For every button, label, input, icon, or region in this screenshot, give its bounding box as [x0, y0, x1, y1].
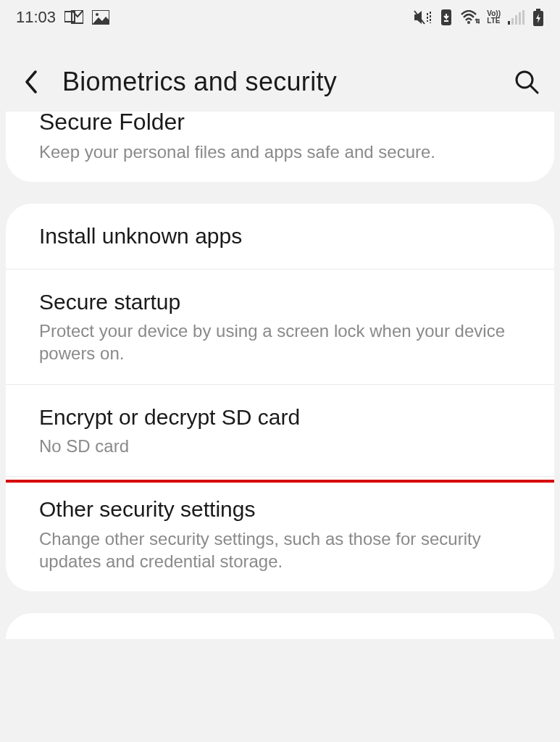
- page-title: Biometrics and security: [62, 67, 493, 97]
- svg-point-16: [517, 72, 532, 88]
- row-install-unknown-apps[interactable]: Install unknown apps: [6, 204, 554, 270]
- row-subtitle: Keep your personal files and apps safe a…: [39, 141, 521, 163]
- svg-point-8: [467, 21, 470, 24]
- card-next-section: [6, 613, 554, 639]
- svg-line-17: [531, 86, 538, 93]
- outlook-icon: [64, 10, 83, 25]
- back-button[interactable]: [20, 71, 42, 93]
- row-title: Secure Folder: [39, 112, 521, 136]
- row-subtitle: No SD card: [39, 435, 521, 457]
- row-title: Encrypt or decrypt SD card: [39, 404, 521, 431]
- wifi-icon: [461, 10, 480, 25]
- svg-rect-14: [536, 9, 540, 11]
- row-title: Secure startup: [39, 288, 521, 316]
- row-encrypt-sd[interactable]: Encrypt or decrypt SD card No SD card: [6, 385, 554, 478]
- row-other-security-settings[interactable]: Other security settings Change other sec…: [6, 477, 554, 591]
- row-secure-startup[interactable]: Secure startup Protect your device by us…: [6, 270, 554, 385]
- page-header: Biometrics and security: [0, 35, 560, 112]
- row-subtitle: Protect your device by using a screen lo…: [39, 320, 521, 364]
- svg-rect-0: [64, 12, 75, 22]
- signal-icon: [508, 10, 525, 25]
- row-subtitle: Change other security settings, such as …: [39, 528, 521, 572]
- data-saver-icon: [439, 9, 454, 25]
- row-title: Other security settings: [39, 496, 521, 523]
- status-left: 11:03: [16, 8, 109, 27]
- svg-rect-9: [508, 21, 510, 25]
- row-secure-folder[interactable]: Secure Folder Keep your personal files a…: [6, 112, 554, 182]
- card-secure-folder: Secure Folder Keep your personal files a…: [6, 112, 554, 182]
- status-bar: 11:03 Vo))LTE: [0, 0, 560, 35]
- card-security-settings: Install unknown apps Secure startup Prot…: [6, 204, 554, 591]
- svg-rect-10: [511, 18, 514, 25]
- row-title: Install unknown apps: [39, 222, 521, 250]
- search-icon: [514, 70, 539, 94]
- content-area: Secure Folder Keep your personal files a…: [0, 112, 560, 639]
- svg-rect-11: [515, 15, 517, 25]
- svg-rect-12: [519, 12, 521, 25]
- status-right: Vo))LTE: [413, 9, 544, 26]
- svg-point-3: [96, 13, 99, 16]
- svg-rect-13: [522, 10, 525, 25]
- battery-charging-icon: [532, 9, 544, 26]
- mute-vibrate-icon: [413, 9, 432, 25]
- chevron-left-icon: [24, 70, 38, 93]
- volte-icon: Vo))LTE: [487, 10, 501, 25]
- status-time: 11:03: [16, 8, 56, 27]
- search-button[interactable]: [514, 69, 540, 95]
- image-icon: [92, 10, 109, 25]
